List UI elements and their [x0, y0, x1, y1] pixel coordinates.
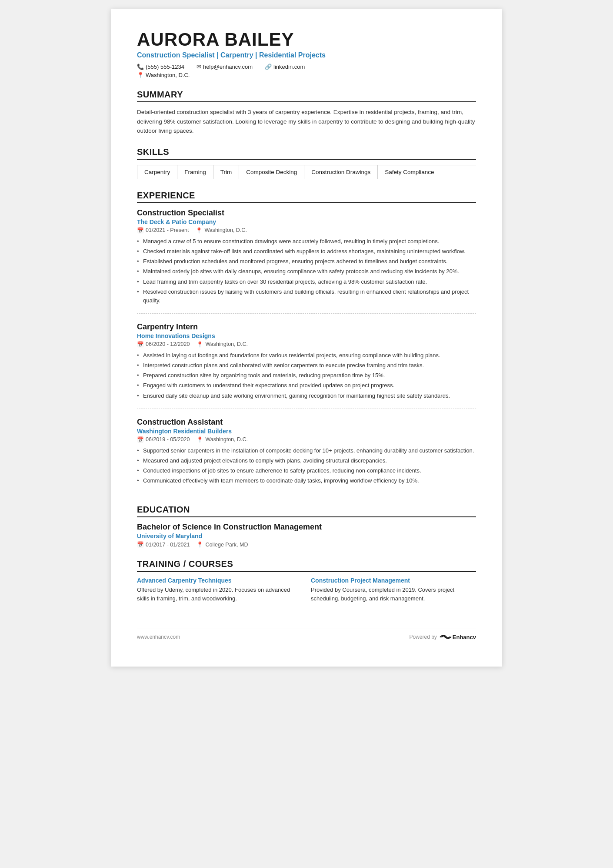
summary-section: SUMMARY Detail-oriented construction spe… [137, 90, 476, 136]
exp-bullet: Conducted inspections of job sites to en… [137, 466, 476, 475]
training-container: Advanced Carpentry Techniques Offered by… [137, 577, 476, 603]
skills-section: SKILLS CarpentryFramingTrimComposite Dec… [137, 147, 476, 179]
exp-bullets: Managed a crew of 5 to ensure constructi… [137, 237, 476, 305]
exp-bullet: Measured and adjusted project elevations… [137, 456, 476, 465]
exp-bullet: Managed a crew of 5 to ensure constructi… [137, 237, 476, 246]
skill-item: Construction Drawings [304, 165, 378, 179]
edu-location-value: College Park, MD [205, 542, 248, 548]
exp-bullet: Interpreted construction plans and colla… [137, 361, 476, 370]
education-entry: Bachelor of Science in Construction Mana… [137, 523, 476, 548]
exp-bullet: Lead framing and trim carpentry tasks on… [137, 278, 476, 286]
calendar-icon: 📅 [137, 541, 144, 548]
exp-company: Washington Residential Builders [137, 428, 476, 435]
phone-icon: 📞 [137, 64, 144, 70]
exp-bullets: Assisted in laying out footings and foun… [137, 351, 476, 400]
contact-info: 📞 (555) 555-1234 ✉ help@enhancv.com 🔗 li… [137, 64, 476, 70]
exp-meta: 📅 06/2019 - 05/2020 📍 Washington, D.C. [137, 436, 476, 443]
skills-list: CarpentryFramingTrimComposite DeckingCon… [137, 165, 476, 179]
education-section: EDUCATION Bachelor of Science in Constru… [137, 505, 476, 548]
training-section: TRAINING / COURSES Advanced Carpentry Te… [137, 559, 476, 603]
enhancv-logo: Enhancv [440, 633, 476, 640]
enhancv-logo-svg [440, 633, 452, 640]
exp-location: 📍 Washington, D.C. [196, 227, 247, 234]
exp-bullet: Established production schedules and mon… [137, 257, 476, 266]
edu-location: 📍 College Park, MD [197, 541, 248, 548]
edu-degree: Bachelor of Science in Construction Mana… [137, 523, 476, 532]
exp-location-value: Washington, D.C. [205, 436, 248, 442]
skill-item: Carpentry [137, 165, 177, 179]
training-title: Construction Project Management [311, 577, 476, 584]
exp-bullet: Resolved construction issues by liaising… [137, 288, 476, 305]
location-icon: 📍 [197, 541, 203, 548]
phone-contact: 📞 (555) 555-1234 [137, 64, 184, 70]
experience-entry: Construction Assistant Washington Reside… [137, 418, 476, 494]
enhancv-brand-name: Enhancv [453, 634, 476, 640]
powered-by-label: Powered by [409, 634, 436, 640]
exp-bullet: Assisted in laying out footings and foun… [137, 351, 476, 360]
skill-item: Trim [213, 165, 240, 179]
calendar-icon: 📅 [137, 227, 144, 234]
edu-meta: 📅 01/2017 - 01/2021 📍 College Park, MD [137, 541, 476, 548]
email-value: help@enhancv.com [203, 64, 253, 70]
location-contact: 📍 Washington, D.C. [137, 72, 476, 78]
link-icon: 🔗 [265, 64, 272, 70]
experience-heading: EXPERIENCE [137, 191, 476, 203]
edu-school: University of Maryland [137, 533, 476, 540]
exp-job-title: Construction Specialist [137, 208, 476, 218]
training-description: Provided by Coursera, completed in 2019.… [311, 586, 476, 603]
exp-date-value: 06/2019 - 05/2020 [146, 436, 190, 442]
experience-section: EXPERIENCE Construction Specialist The D… [137, 191, 476, 493]
page-footer: www.enhancv.com Powered by Enhancv [137, 629, 476, 640]
footer-brand: Powered by Enhancv [409, 633, 476, 640]
skill-item: Framing [177, 165, 213, 179]
linkedin-contact: 🔗 linkedin.com [265, 64, 305, 70]
experience-entry: Construction Specialist The Deck & Patio… [137, 208, 476, 314]
exp-bullets: Supported senior carpenters in the insta… [137, 446, 476, 486]
exp-date-value: 06/2020 - 12/2020 [146, 341, 190, 347]
location-value: Washington, D.C. [146, 72, 190, 78]
education-heading: EDUCATION [137, 505, 476, 517]
email-contact: ✉ help@enhancv.com [197, 64, 253, 70]
exp-bullet: Engaged with customers to understand the… [137, 381, 476, 390]
phone-value: (555) 555-1234 [146, 64, 184, 70]
calendar-icon: 📅 [137, 341, 144, 348]
exp-date: 📅 06/2020 - 12/2020 [137, 341, 190, 348]
exp-date-value: 01/2021 - Present [146, 227, 189, 233]
resume-page: AURORA BAILEY Construction Specialist | … [111, 9, 502, 667]
exp-bullet: Communicated effectively with team membe… [137, 476, 476, 485]
exp-location: 📍 Washington, D.C. [197, 341, 248, 348]
exp-bullet: Prepared construction sites by organizin… [137, 371, 476, 380]
training-heading: TRAINING / COURSES [137, 559, 476, 572]
exp-bullet: Supported senior carpenters in the insta… [137, 446, 476, 455]
exp-meta: 📅 01/2021 - Present 📍 Washington, D.C. [137, 227, 476, 234]
experience-container: Construction Specialist The Deck & Patio… [137, 208, 476, 493]
footer-website: www.enhancv.com [137, 634, 180, 640]
training-item: Construction Project Management Provided… [311, 577, 476, 603]
exp-meta: 📅 06/2020 - 12/2020 📍 Washington, D.C. [137, 341, 476, 348]
exp-date: 📅 01/2021 - Present [137, 227, 189, 234]
exp-company: Home Innovations Designs [137, 332, 476, 339]
location-icon: 📍 [197, 436, 203, 443]
exp-location: 📍 Washington, D.C. [197, 436, 248, 443]
skills-heading: SKILLS [137, 147, 476, 160]
summary-text: Detail-oriented construction specialist … [137, 107, 476, 136]
exp-job-title: Construction Assistant [137, 418, 476, 427]
training-item: Advanced Carpentry Techniques Offered by… [137, 577, 302, 603]
location-pin-icon: 📍 [137, 72, 144, 78]
edu-date-value: 01/2017 - 01/2021 [146, 542, 190, 548]
exp-bullet: Checked materials against take-off lists… [137, 247, 476, 256]
experience-entry: Carpentry Intern Home Innovations Design… [137, 322, 476, 409]
candidate-name: AURORA BAILEY [137, 30, 476, 50]
skill-item: Composite Decking [239, 165, 304, 179]
linkedin-value: linkedin.com [273, 64, 305, 70]
exp-bullet: Maintained orderly job sites with daily … [137, 267, 476, 276]
email-icon: ✉ [197, 64, 201, 70]
summary-heading: SUMMARY [137, 90, 476, 102]
training-title: Advanced Carpentry Techniques [137, 577, 302, 584]
exp-company: The Deck & Patio Company [137, 218, 476, 225]
skill-item: Safety Compliance [378, 165, 441, 179]
training-description: Offered by Udemy, completed in 2020. Foc… [137, 586, 302, 603]
header-section: AURORA BAILEY Construction Specialist | … [137, 30, 476, 78]
exp-location-value: Washington, D.C. [205, 341, 248, 347]
education-container: Bachelor of Science in Construction Mana… [137, 523, 476, 548]
